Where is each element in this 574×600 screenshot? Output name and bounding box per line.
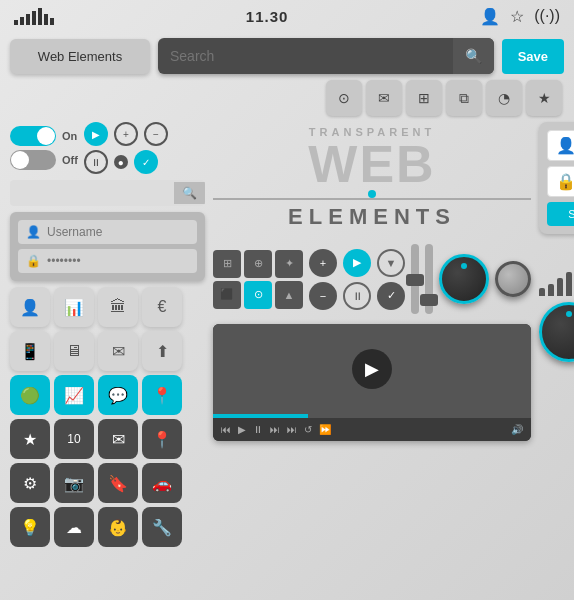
video-prev-btn[interactable]: ⏮ <box>219 422 233 437</box>
icon-toolbar: ⊙ ✉ ⊞ ⧉ ◔ ★ <box>10 80 564 116</box>
login-save-btn[interactable]: Save <box>547 202 574 226</box>
toolbar-grid-btn[interactable]: ⊞ <box>406 80 442 116</box>
toolbar-layers-btn[interactable]: ⧉ <box>446 80 482 116</box>
grid-person-btn[interactable]: 👤 <box>10 287 50 327</box>
login-form-2: 👤 🔒 Save Sign In <box>539 122 574 234</box>
grid-chat-btn[interactable]: 💬 <box>98 375 138 415</box>
time-display: 11.30 <box>246 8 289 25</box>
grid-person2-btn[interactable]: 👶 <box>98 507 138 547</box>
media-sq-1[interactable]: ⊞ <box>213 250 241 278</box>
password-field: 🔒 <box>18 249 197 273</box>
status-icons: 👤 ☆ ((·)) <box>480 7 560 26</box>
toggle-off: Off <box>10 150 78 170</box>
knobs-group <box>411 240 531 318</box>
toolbar-mail-btn[interactable]: ✉ <box>366 80 402 116</box>
slider-group <box>411 240 433 318</box>
grid-wrench-btn[interactable]: 🔧 <box>142 507 182 547</box>
grid-cloud-btn[interactable]: ☁ <box>54 507 94 547</box>
media-add-btn[interactable]: + <box>309 249 337 277</box>
media-sq-4[interactable]: ⬛ <box>213 281 241 309</box>
grid-star-btn[interactable]: ★ <box>10 419 50 459</box>
main-knob[interactable] <box>439 254 489 304</box>
right-panel: 👤 🔒 Save Sign In <box>539 122 574 362</box>
grid-car-btn[interactable]: 🚗 <box>142 463 182 503</box>
media-squares: ⊞ ⊕ ✦ ⬛ ⊙ ▲ <box>213 250 303 309</box>
password-input[interactable] <box>47 254 197 268</box>
media-pause2-btn[interactable]: ⏸ <box>343 282 371 310</box>
grid-10-btn[interactable]: 10 <box>54 419 94 459</box>
check-btn[interactable]: ✓ <box>134 150 158 174</box>
lock-icon-2: 🔒 <box>556 172 574 191</box>
chart-bar-3 <box>557 278 563 296</box>
minus-btn[interactable]: − <box>144 122 168 146</box>
toolbar-chart-btn[interactable]: ◔ <box>486 80 522 116</box>
video-replay-btn[interactable]: ↺ <box>302 422 314 437</box>
media-minus-btn[interactable]: − <box>309 282 337 310</box>
web-label: WEB <box>213 138 531 190</box>
grid-chart-btn[interactable]: 📊 <box>54 287 94 327</box>
grid-mail-btn[interactable]: ✉ <box>98 331 138 371</box>
media-sq-5[interactable]: ⊙ <box>244 281 272 309</box>
media-sq-3[interactable]: ✦ <box>275 250 303 278</box>
pause-btn[interactable]: ⏸ <box>84 150 108 174</box>
search-icon-button[interactable]: 🔍 <box>453 38 494 74</box>
left-panel: On Off ▶ + − ⏸ <box>10 122 205 547</box>
grid-camera-btn[interactable]: 📷 <box>54 463 94 503</box>
login-buttons-2: Save Sign In <box>547 202 574 226</box>
grid-up-btn[interactable]: ⬆ <box>142 331 182 371</box>
grid-pin-btn[interactable]: 📍 <box>142 419 182 459</box>
chart-bar-1 <box>539 288 545 296</box>
video-pause3-btn[interactable]: ⏸ <box>251 422 265 437</box>
grid-phone-btn[interactable]: 📱 <box>10 331 50 371</box>
grid-light-btn[interactable]: 💡 <box>10 507 50 547</box>
grid-gear-btn[interactable]: ⚙ <box>10 463 50 503</box>
grid-euro-btn[interactable]: € <box>142 287 182 327</box>
slider-track-1[interactable] <box>411 244 419 314</box>
top-row: Web Elements 🔍 Save <box>10 38 564 74</box>
grid-location-btn[interactable]: 📍 <box>142 375 182 415</box>
slider-track-2[interactable] <box>425 244 433 314</box>
web-elements-button[interactable]: Web Elements <box>10 39 150 74</box>
play-btn[interactable]: ▶ <box>84 122 108 146</box>
small-search-input[interactable] <box>10 180 174 206</box>
toggle-off-switch[interactable] <box>10 150 56 170</box>
media-sq-2[interactable]: ⊕ <box>244 250 272 278</box>
video-play-btn[interactable]: ▶ <box>352 349 392 389</box>
center-panel: TRANSPARENT WEB ELEMENTS ⊞ ⊕ ✦ ⬛ ⊙ ▲ + <box>213 122 531 441</box>
media-check2-btn[interactable]: ✓ <box>377 282 405 310</box>
hero-text: TRANSPARENT WEB ELEMENTS <box>213 122 531 234</box>
grid-trend-btn[interactable]: 📈 <box>54 375 94 415</box>
progress-bar[interactable] <box>213 414 531 418</box>
video-ctrl-buttons: ⏮ ▶ ⏸ ⏭ ⏭ ↺ ⏩ <box>219 422 333 437</box>
video-next-btn[interactable]: ⏭ <box>285 422 299 437</box>
grid-monitor-btn[interactable]: 🖥 <box>54 331 94 371</box>
grid-building-btn[interactable]: 🏛 <box>98 287 138 327</box>
media-play-btn[interactable]: ▶ <box>343 249 371 277</box>
toolbar-star-btn[interactable]: ★ <box>526 80 562 116</box>
slider-1 <box>411 244 419 314</box>
user-icon-2: 👤 <box>556 136 574 155</box>
main-content: Web Elements 🔍 Save ⊙ ✉ ⊞ ⧉ ◔ ★ <box>0 32 574 553</box>
add-btn[interactable]: + <box>114 122 138 146</box>
video-vol-btn[interactable]: 🔊 <box>509 422 525 437</box>
toolbar-target-btn[interactable]: ⊙ <box>326 80 362 116</box>
small-knob[interactable] <box>495 261 531 297</box>
username-input[interactable] <box>47 225 197 239</box>
progress-fill <box>213 414 308 418</box>
grid-bookmark-btn[interactable]: 🔖 <box>98 463 138 503</box>
video-skip-btn[interactable]: ⏭ <box>268 422 282 437</box>
grid-green-btn[interactable]: 🟢 <box>10 375 50 415</box>
video-play2-btn[interactable]: ▶ <box>236 422 248 437</box>
save-button[interactable]: Save <box>502 39 564 74</box>
media-sq-6[interactable]: ▲ <box>275 281 303 309</box>
right-main-knob[interactable] <box>539 302 574 362</box>
grid-mail2-btn[interactable]: ✉ <box>98 419 138 459</box>
toggle-off-label: Off <box>62 154 78 166</box>
dot-btn[interactable]: ● <box>114 155 128 169</box>
search-input[interactable] <box>158 38 453 74</box>
media-down-btn[interactable]: ▼ <box>377 249 405 277</box>
toggle-on: On <box>10 126 78 146</box>
right-knobs <box>539 302 574 362</box>
toggle-on-switch[interactable] <box>10 126 56 146</box>
video-ff-btn[interactable]: ⏩ <box>317 422 333 437</box>
